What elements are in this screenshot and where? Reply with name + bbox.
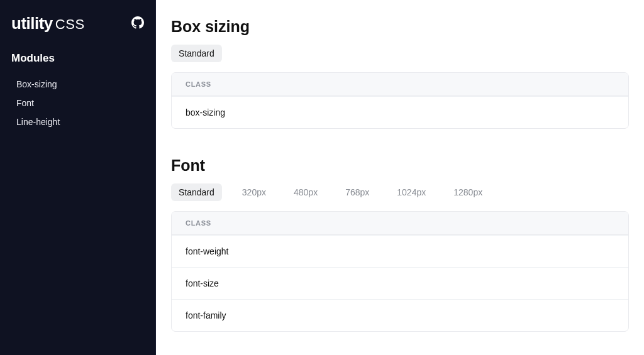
app-root: utility CSS Modules Box-sizing Font Line… (0, 0, 644, 355)
module-title: Font (171, 156, 629, 175)
module-title: Box sizing (171, 18, 629, 36)
breakpoint-tab[interactable]: 480px (286, 183, 325, 201)
sidebar-header: utility CSS (11, 14, 145, 33)
github-icon (131, 16, 144, 31)
brand-logo-part2: CSS (55, 16, 85, 33)
breakpoint-tab[interactable]: 1280px (446, 183, 490, 201)
breakpoint-tab[interactable]: 768px (338, 183, 377, 201)
sidebar-item-label: Font (16, 98, 34, 108)
sidebar: utility CSS Modules Box-sizing Font Line… (0, 0, 156, 355)
sidebar-item-font[interactable]: Font (11, 94, 145, 112)
class-table: CLASSfont-weightfont-sizefont-family (171, 211, 629, 332)
class-name: font-family (186, 310, 226, 320)
breakpoint-tab[interactable]: 1024px (389, 183, 433, 201)
breakpoint-tab[interactable]: Standard (171, 183, 222, 201)
sidebar-section-title: Modules (11, 52, 145, 65)
breakpoint-tabs: Standard320px480px768px1024px1280px (171, 183, 629, 201)
class-name: font-size (186, 278, 219, 288)
breakpoint-tab[interactable]: Standard (171, 45, 222, 62)
main-content: Box sizingStandardCLASSbox-sizingFontSta… (156, 0, 644, 355)
class-name: font-weight (186, 246, 228, 256)
class-row[interactable]: font-family (172, 299, 628, 331)
class-table: CLASSbox-sizing (171, 72, 629, 129)
sidebar-nav: Box-sizing Font Line-height (11, 75, 145, 131)
breakpoint-tabs: Standard (171, 45, 629, 62)
sidebar-item-label: Box-sizing (16, 79, 57, 89)
brand-logo-part1: utility (11, 14, 53, 33)
module-section: FontStandard320px480px768px1024px1280pxC… (171, 156, 629, 332)
sidebar-item-box-sizing[interactable]: Box-sizing (11, 75, 145, 94)
class-name: box-sizing (186, 107, 225, 117)
brand-logo[interactable]: utility CSS (11, 14, 85, 33)
module-section: Box sizingStandardCLASSbox-sizing (171, 18, 629, 129)
breakpoint-tab[interactable]: 320px (235, 183, 274, 201)
class-row[interactable]: font-weight (172, 235, 628, 267)
class-table-header: CLASS (172, 73, 628, 96)
class-table-header: CLASS (172, 212, 628, 235)
sidebar-item-line-height[interactable]: Line-height (11, 112, 145, 131)
class-row[interactable]: box-sizing (172, 96, 628, 128)
class-row[interactable]: font-size (172, 267, 628, 299)
sidebar-item-label: Line-height (16, 117, 60, 127)
github-link[interactable] (131, 17, 145, 31)
